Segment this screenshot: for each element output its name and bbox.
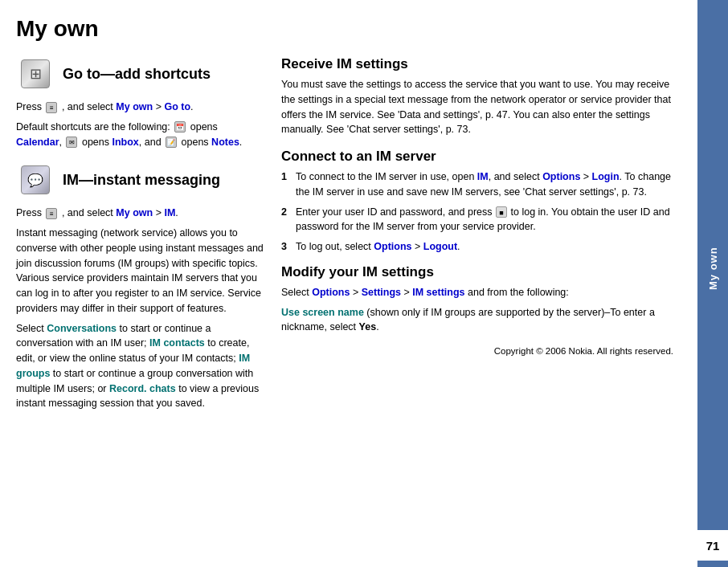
calendar-link[interactable]: Calendar xyxy=(16,137,59,148)
copyright: Copyright © 2006 Nokia. All rights reser… xyxy=(281,346,681,356)
connect-step-2: 2 Enter your user ID and password, and p… xyxy=(281,205,681,235)
step-3-text: To log out, select Options > Logout. xyxy=(296,239,681,255)
modify-settings-link[interactable]: Settings xyxy=(362,287,401,298)
step1-options-link[interactable]: Options xyxy=(542,171,580,182)
goto-period: . xyxy=(190,101,193,112)
use-screen-line: Use screen name (shown only if IM groups… xyxy=(281,305,681,336)
record-chats-link[interactable]: Record. chats xyxy=(109,383,176,394)
connect-step-3: 3 To log out, select Options > Logout. xyxy=(281,239,681,255)
receive-section-body: You must save the settings to access the… xyxy=(281,77,681,137)
modify-select-line: Select Options > Settings > IM settings … xyxy=(281,285,681,300)
step3-logout-link[interactable]: Logout xyxy=(423,241,457,252)
inbox-icon: ✉ xyxy=(66,137,77,148)
goto-my-own-link[interactable]: My own xyxy=(116,101,153,112)
yes-bold: Yes xyxy=(359,321,377,332)
goto-icon xyxy=(16,55,55,93)
goto-section-header: Go to—add shortcuts xyxy=(16,55,265,93)
im-select-line: Select Conversations to start or continu… xyxy=(16,321,265,412)
sidebar-label: My own xyxy=(707,6,719,530)
goto-default-line: Default shortcuts are the following: 📅 o… xyxy=(16,120,265,150)
main-content: My own Go to—add shortcuts Press ≡ , and… xyxy=(0,0,697,567)
step-2-num: 2 xyxy=(281,205,296,235)
im-section-body: Press ≡ , and select My own > IM. Instan… xyxy=(16,206,265,411)
goto-press-line: Press ≡ , and select My own > Go to. xyxy=(16,100,265,115)
im-icon-graphic xyxy=(21,165,50,194)
im-menu-icon: ≡ xyxy=(46,208,57,219)
im-section-title: IM—instant messaging xyxy=(63,172,220,189)
use-screen-name-link[interactable]: Use screen name xyxy=(281,307,364,318)
goto-section-title: Go to—add shortcuts xyxy=(63,66,211,83)
im-icon xyxy=(16,161,55,199)
left-column: Go to—add shortcuts Press ≡ , and select… xyxy=(16,55,265,559)
inbox-link[interactable]: Inbox xyxy=(112,137,138,148)
notes-icon: 📝 xyxy=(166,137,177,148)
im-press-line: Press ≡ , and select My own > IM. xyxy=(16,206,265,221)
step1-login-link[interactable]: Login xyxy=(592,171,620,182)
step-2-text: Enter your user ID and password, and pre… xyxy=(296,205,681,235)
modify-section-title: Modify your IM settings xyxy=(281,264,681,280)
page-number: 71 xyxy=(697,530,728,561)
conversations-link[interactable]: Conversations xyxy=(47,323,117,334)
page-title: My own xyxy=(16,16,681,42)
step-1-num: 1 xyxy=(281,169,296,200)
connect-step-1: 1 To connect to the IM server in use, op… xyxy=(281,169,681,200)
connect-section-title: Connect to an IM server xyxy=(281,149,681,165)
im-body-text: Instant messaging (network service) allo… xyxy=(16,226,265,316)
goto-section-body: Press ≡ , and select My own > Go to. Def… xyxy=(16,100,265,149)
modify-options-link[interactable]: Options xyxy=(312,287,350,298)
im-contacts-link[interactable]: IM contacts xyxy=(149,337,205,349)
im-link[interactable]: IM xyxy=(164,207,175,218)
goto-icon-graphic xyxy=(21,59,50,88)
step3-options-link[interactable]: Options xyxy=(374,241,411,252)
right-column: Receive IM settings You must save the se… xyxy=(281,55,681,559)
goto-press-text: Press ≡ , and select xyxy=(16,101,116,112)
menu-icon: ≡ xyxy=(46,102,57,113)
im-my-own-link[interactable]: My own xyxy=(116,207,153,218)
goto-go-to-link[interactable]: Go to xyxy=(164,101,190,112)
right-sidebar: My own 71 xyxy=(697,0,728,567)
modify-im-settings-link[interactable]: IM settings xyxy=(412,287,464,298)
receive-section-title: Receive IM settings xyxy=(281,56,681,72)
confirm-key-icon: ■ xyxy=(496,206,507,218)
step-3-num: 3 xyxy=(281,239,296,255)
step1-im-link[interactable]: IM xyxy=(477,171,489,182)
calendar-icon: 📅 xyxy=(174,121,186,133)
step-1-text: To connect to the IM server in use, open… xyxy=(296,169,681,200)
goto-arrow: > xyxy=(153,101,164,112)
two-columns: Go to—add shortcuts Press ≡ , and select… xyxy=(16,55,681,559)
im-groups-link[interactable]: IM groups xyxy=(16,353,250,379)
connect-steps-list: 1 To connect to the IM server in use, op… xyxy=(281,169,681,255)
modify-section-body: Select Options > Settings > IM settings … xyxy=(281,285,681,335)
im-section-header: IM—instant messaging xyxy=(16,161,265,199)
notes-link[interactable]: Notes xyxy=(211,137,239,148)
